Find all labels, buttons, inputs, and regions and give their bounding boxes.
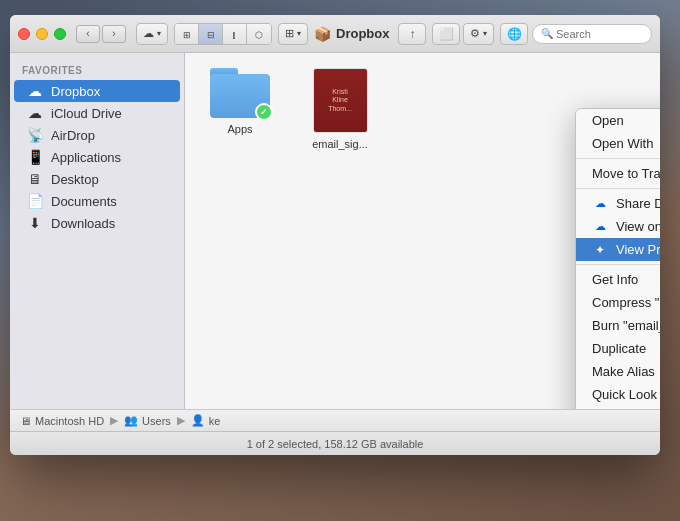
sidebar-label-icloud: iCloud Drive — [51, 106, 122, 121]
sidebar-label-documents: Documents — [51, 194, 117, 209]
sidebar-label-airdrop: AirDrop — [51, 128, 95, 143]
file-name-email-sig: email_sig... — [312, 138, 368, 150]
view-column-button[interactable]: ⫿ — [223, 24, 247, 45]
menu-item-share-dropbox[interactable]: ☁ Share Dropbox Link — [576, 192, 660, 215]
menu-item-compress[interactable]: Compress "email_sig.png" — [576, 291, 660, 314]
menu-label-trash: Move to Trash — [592, 166, 660, 181]
chevron-down-icon: ▾ — [157, 29, 161, 38]
menu-item-view-dropbox[interactable]: ☁ View on Dropbox.com — [576, 215, 660, 238]
menu-label-compress: Compress "email_sig.png" — [592, 295, 660, 310]
desktop-icon: 🖥 — [26, 171, 44, 187]
downloads-icon: ⬇ — [26, 215, 44, 231]
menu-item-trash[interactable]: Move to Trash — [576, 162, 660, 185]
sidebar-label-dropbox: Dropbox — [51, 84, 100, 99]
close-button[interactable] — [18, 28, 30, 40]
documents-icon: 📄 — [26, 193, 44, 209]
dropbox-share-icon: ☁ — [592, 197, 608, 210]
file-area[interactable]: ✓ Apps KristiKlineThom... email_sig... — [185, 53, 660, 409]
globe-button[interactable]: 🌐 — [500, 23, 528, 45]
airdrop-icon: 📡 — [26, 127, 44, 143]
dropbox-toolbar-icon: ☁ — [143, 27, 154, 40]
menu-item-open[interactable]: Open — [576, 109, 660, 132]
sidebar-item-applications[interactable]: 📱 Applications — [14, 146, 180, 168]
gear-icon: ⚙ — [470, 27, 480, 40]
dropbox-toolbar-button[interactable]: ☁▾ — [136, 23, 168, 45]
status-bar: 1 of 2 selected, 158.12 GB available — [10, 431, 660, 455]
menu-label-open: Open — [592, 113, 624, 128]
sidebar-label-desktop: Desktop — [51, 172, 99, 187]
view-grid-button[interactable]: ⊟ — [199, 24, 223, 45]
file-thumb-email-sig: KristiKlineThom... — [313, 68, 368, 133]
search-box[interactable]: 🔍 — [532, 24, 652, 44]
menu-item-open-with[interactable]: Open With ▶ — [576, 132, 660, 155]
title-bar: ‹ › ☁▾ ⊞ ⊟ ⫿ ⬡ ⊞ ▾ 📦 Dropbox — [10, 15, 660, 53]
menu-item-view-versions[interactable]: ✦ View Previous Versions — [576, 238, 660, 261]
path-icon: 🖥 — [20, 415, 31, 427]
search-icon: 🔍 — [541, 28, 553, 39]
sidebar-item-desktop[interactable]: 🖥 Desktop — [14, 168, 180, 190]
sidebar-item-airdrop[interactable]: 📡 AirDrop — [14, 124, 180, 146]
sidebar-label-downloads: Downloads — [51, 216, 115, 231]
menu-item-quicklook[interactable]: Quick Look "email_sig.png" — [576, 383, 660, 406]
view-buttons: ⊞ ⊟ ⫿ ⬡ — [174, 23, 272, 45]
applications-icon: 📱 — [26, 149, 44, 165]
status-text: 1 of 2 selected, 158.12 GB available — [247, 438, 424, 450]
arrange-icon: ⊞ — [285, 27, 294, 40]
menu-item-get-info[interactable]: Get Info — [576, 268, 660, 291]
menu-item-share[interactable]: Share ▶ — [576, 406, 660, 409]
sidebar-item-dropbox[interactable]: ☁ Dropbox — [14, 80, 180, 102]
back-button[interactable]: ‹ — [76, 25, 100, 43]
path-bar: 🖥 Macintosh HD ▶ 👥 Users ▶ 👤 ke — [10, 409, 660, 431]
path-item-users: Users — [142, 415, 171, 427]
file-thumb-inner: KristiKlineThom... — [314, 69, 367, 132]
sidebar-label-applications: Applications — [51, 150, 121, 165]
menu-label-burn: Burn "email_sig.png" to Disc... — [592, 318, 660, 333]
icloud-icon: ☁ — [26, 105, 44, 121]
window-title: Dropbox — [336, 26, 389, 41]
menu-item-burn[interactable]: Burn "email_sig.png" to Disc... — [576, 314, 660, 337]
finder-window: ‹ › ☁▾ ⊞ ⊟ ⫿ ⬡ ⊞ ▾ 📦 Dropbox — [10, 15, 660, 455]
versions-icon: ✦ — [592, 243, 608, 257]
sidebar: Favorites ☁ Dropbox ☁ iCloud Drive 📡 Air… — [10, 53, 185, 409]
content-area: Favorites ☁ Dropbox ☁ iCloud Drive 📡 Air… — [10, 53, 660, 409]
menu-label-get-info: Get Info — [592, 272, 638, 287]
list-item[interactable]: ✓ Apps — [200, 68, 280, 150]
menu-divider — [576, 158, 660, 159]
menu-label-share-dropbox: Share Dropbox Link — [616, 196, 660, 211]
share-button[interactable]: ↑ — [398, 23, 426, 45]
eject-button[interactable]: ⬜ — [432, 23, 460, 45]
sidebar-item-icloud[interactable]: ☁ iCloud Drive — [14, 102, 180, 124]
folder-title-icon: 📦 — [314, 26, 331, 42]
arrange-chevron-icon: ▾ — [297, 29, 301, 38]
view-coverflow-button[interactable]: ⬡ — [247, 24, 271, 45]
sidebar-item-documents[interactable]: 📄 Documents — [14, 190, 180, 212]
desktop-background: ‹ › ☁▾ ⊞ ⊟ ⫿ ⬡ ⊞ ▾ 📦 Dropbox — [0, 0, 680, 521]
settings-button[interactable]: ⚙ ▾ — [463, 23, 494, 45]
traffic-lights — [18, 28, 66, 40]
maximize-button[interactable] — [54, 28, 66, 40]
forward-button[interactable]: › — [102, 25, 126, 43]
view-icon-button[interactable]: ⊞ — [175, 24, 199, 45]
dropbox-icon: ☁ — [26, 83, 44, 99]
menu-label-quicklook: Quick Look "email_sig.png" — [592, 387, 660, 402]
dropbox-view-icon: ☁ — [592, 220, 608, 233]
menu-label-view-versions: View Previous Versions — [616, 242, 660, 257]
menu-label-open-with: Open With — [592, 136, 653, 151]
arrange-button[interactable]: ⊞ ▾ — [278, 23, 308, 45]
path-icon-users: 👥 — [124, 414, 138, 427]
path-item-user: ke — [209, 415, 221, 427]
menu-divider — [576, 264, 660, 265]
dropbox-sync-check: ✓ — [255, 103, 273, 121]
menu-item-duplicate[interactable]: Duplicate — [576, 337, 660, 360]
sidebar-item-downloads[interactable]: ⬇ Downloads — [14, 212, 180, 234]
search-input[interactable] — [556, 28, 643, 40]
list-item[interactable]: KristiKlineThom... email_sig... — [300, 68, 380, 150]
menu-item-alias[interactable]: Make Alias — [576, 360, 660, 383]
window-title-area: 📦 Dropbox — [314, 26, 389, 42]
file-name-apps: Apps — [227, 123, 252, 135]
folder-apps-icon: ✓ — [210, 68, 270, 118]
menu-label-view-dropbox: View on Dropbox.com — [616, 219, 660, 234]
context-menu: Open Open With ▶ Move to Trash ☁ Share D… — [575, 108, 660, 409]
minimize-button[interactable] — [36, 28, 48, 40]
menu-label-alias: Make Alias — [592, 364, 655, 379]
